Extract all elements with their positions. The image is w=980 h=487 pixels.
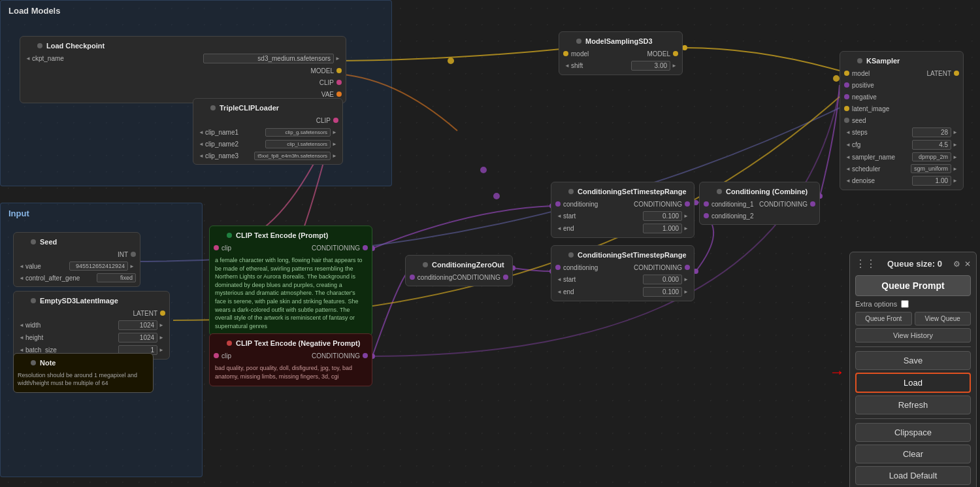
clip-name3-row[interactable]: ◄ clip_name3 t5xxl_fp8_e4m3fn.safetensor… [193,150,342,161]
node-note: Note Resolution should be around 1 megap… [13,353,154,393]
node-ksampler: KSampler model LATENT positive negative … [840,51,964,190]
ckpt-left-btn[interactable]: ◄ [24,56,32,61]
view-history-button[interactable]: View History [855,328,971,343]
svg-point-16 [493,193,500,199]
node-cond-combine: Conditioning (Combine) conditioning_1 CO… [699,182,820,225]
input-header: Input [8,209,29,218]
divider-1 [855,346,971,347]
clear-button[interactable]: Clear [855,445,971,463]
refresh-button[interactable]: Refresh [855,395,971,414]
ckpt-right-btn[interactable]: ► [334,56,342,61]
node-triple-clip: TripleCLIPLoader CLIP ◄ clip_name1 clip_… [193,98,343,165]
load-default-button[interactable]: Load Default [855,466,971,485]
extra-options-row: Extra options [855,300,971,308]
node-model-sampling: ModelSamplingSD3 model MODEL ◄ shift 3.0… [559,31,683,75]
svg-point-17 [833,75,840,82]
ckpt-value: sd3_medium.safetensors [203,54,334,63]
node-seed: Seed INT ◄ value 945512652412924 ► ◄ con… [13,232,140,287]
model-sampling-shift[interactable]: ◄ shift 3.00 ► [559,59,682,72]
node-clip-prompt-text[interactable]: a female character with long, flowing ha… [210,254,372,333]
node-clip-negative: CLIP Text Encode (Negative Prompt) clip … [209,333,372,386]
queue-size-label: Queue size: 0 [887,259,942,269]
node-note-text: Resolution should be around 1 megapixel … [14,369,153,390]
queue-panel: ⋮⋮ Queue size: 0 ⚙ ✕ Queue Prompt Extra … [849,252,977,487]
ckpt-label: ckpt_name [32,55,203,62]
load-button[interactable]: Load [855,373,971,393]
svg-point-15 [480,167,487,173]
svg-point-4 [682,45,687,50]
divider-2 [855,418,971,419]
clipspace-button[interactable]: Clipspace [855,423,971,442]
red-arrow-indicator: → [829,363,845,381]
node-cond-combine-title: Conditioning (Combine) [700,185,819,198]
clip-name2-row[interactable]: ◄ clip_name2 clip_l.safetensors ► [193,138,342,150]
node-load-checkpoint-ckptname[interactable]: ◄ ckpt_name sd3_medium.safetensors ► [20,52,346,65]
save-button[interactable]: Save [855,351,971,370]
node-clip-prompt: CLIP Text Encode (Prompt) clip CONDITION… [209,226,372,336]
queue-front-button[interactable]: Queue Front [855,312,912,326]
node-clip-prompt-title: CLIP Text Encode (Prompt) [210,229,372,242]
node-cond-timestep-1: ConditioningSetTimestepRange conditionin… [551,182,694,238]
view-queue-button[interactable]: View Queue [915,312,972,326]
node-empty-latent: EmptySD3LatentImage LATENT ◄ width 1024 … [13,291,170,360]
node-ksampler-title: KSampler [840,54,963,67]
clip-name1-row[interactable]: ◄ clip_name1 clip_g.safetensors ► [193,126,342,138]
model-sampling-model-in: model MODEL [559,48,682,59]
node-triple-clip-title: TripleCLIPLoader [193,101,342,114]
node-clip-negative-title: CLIP Text Encode (Negative Prompt) [210,337,372,350]
node-seed-title: Seed [14,235,140,248]
node-load-checkpoint: Load Checkpoint ◄ ckpt_name sd3_medium.s… [20,36,346,103]
node-note-title: Note [14,356,153,369]
load-models-header: Load Models [8,6,60,16]
canvas-area: Load Models Input [0,0,980,487]
node-cond-zero: ConditioningZeroOut conditioning CONDITI… [405,255,513,286]
queue-icons: ⚙ ✕ [953,260,971,269]
queue-header: ⋮⋮ Queue size: 0 ⚙ ✕ [855,258,971,270]
node-cond-zero-title: ConditioningZeroOut [406,258,512,271]
node-model-output: MODEL [20,65,346,76]
drag-dots-icon: ⋮⋮ [855,258,876,270]
node-cond-ts1-title: ConditioningSetTimestepRange [551,185,694,198]
node-cond-timestep-2: ConditioningSetTimestepRange conditionin… [551,245,694,301]
node-empty-latent-title: EmptySD3LatentImage [14,294,169,307]
extra-options-label: Extra options [855,300,897,308]
node-load-checkpoint-title: Load Checkpoint [20,39,346,52]
queue-prompt-button[interactable]: Queue Prompt [855,275,971,296]
gear-icon[interactable]: ⚙ [953,260,960,269]
node-cond-ts2-title: ConditioningSetTimestepRange [551,248,694,261]
close-icon[interactable]: ✕ [964,260,971,269]
node-clip-output: CLIP [20,76,346,88]
triple-clip-output: CLIP [193,114,342,126]
svg-point-14 [448,58,454,64]
node-model-sampling-title: ModelSamplingSD3 [559,35,682,48]
extra-options-checkbox[interactable] [901,300,909,308]
queue-sub-buttons: Queue Front View Queue [855,312,971,326]
node-clip-negative-text[interactable]: bad quality, poor quality, doll, disfigu… [210,361,372,383]
